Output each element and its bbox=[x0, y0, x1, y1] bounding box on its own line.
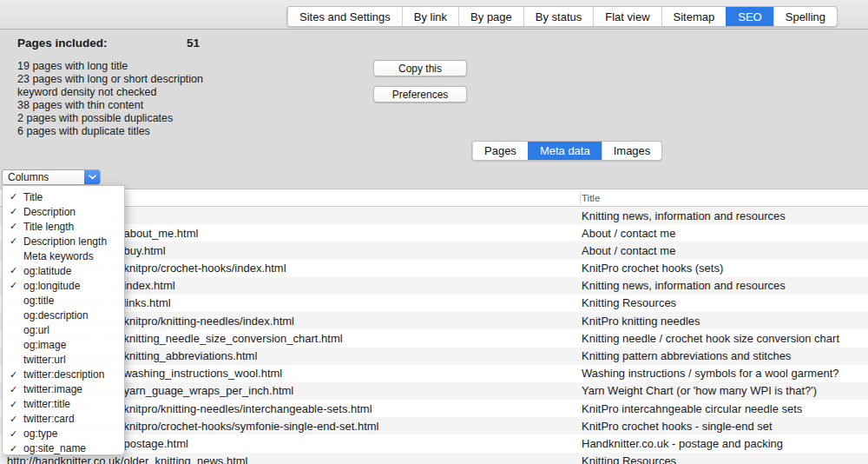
top-tab[interactable]: Sitemap bbox=[661, 7, 727, 26]
columns-menu-item-label: twitter:description bbox=[23, 368, 104, 381]
top-tab[interactable]: Sites and Settings bbox=[287, 7, 402, 26]
columns-menu-item-label: og:longitude bbox=[23, 280, 80, 292]
table-row[interactable]: http://handknitter.co.uk/knitpro/crochet… bbox=[0, 417, 868, 434]
columns-menu-item[interactable]: ✓ og:description bbox=[3, 308, 124, 322]
top-tab[interactable]: SEO bbox=[726, 7, 773, 26]
table-row[interactable]: http://handknitter.co.uk/postage.html Ha… bbox=[0, 434, 868, 452]
columns-popup-button[interactable]: Columns bbox=[2, 169, 101, 185]
top-tab[interactable]: Spelling bbox=[773, 7, 837, 26]
table-row[interactable]: http://handknitter.co.uk/about_me.html A… bbox=[0, 224, 868, 242]
columns-menu-item[interactable]: ✓ og:type bbox=[3, 427, 124, 441]
columns-menu-item-label: Title bbox=[23, 191, 43, 203]
table-row[interactable]: http://handknitter.co.uk/knitpro/knittin… bbox=[0, 400, 868, 417]
columns-menu-item-label: twitter:url bbox=[23, 354, 66, 366]
columns-menu-item[interactable]: ✓ Description bbox=[3, 204, 124, 219]
columns-menu-item[interactable]: ✓ Title length bbox=[3, 219, 124, 234]
columns-menu-item[interactable]: ✓ twitter:image bbox=[3, 382, 124, 397]
view-tab[interactable]: Meta data bbox=[528, 142, 602, 160]
title-cell: Washing instructions / symbols for a woo… bbox=[582, 367, 838, 380]
results-table: Title http://handknitter.co.uk Knitting … bbox=[0, 189, 868, 464]
top-toolbar: Sites and Settings By link By page By st… bbox=[0, 0, 868, 30]
columns-menu-item-label: twitter:card bbox=[23, 413, 75, 425]
checkmark-icon: ✓ bbox=[10, 235, 23, 247]
seo-stat-line: 38 pages with thin content bbox=[17, 99, 365, 112]
title-column-header[interactable]: Title bbox=[582, 189, 600, 207]
table-rows: http://handknitter.co.uk Knitting news, … bbox=[0, 207, 868, 464]
columns-menu-item-label: og:image bbox=[23, 339, 66, 351]
view-tab[interactable]: Images bbox=[602, 142, 662, 160]
columns-menu-item[interactable]: ✓ Meta keywords bbox=[3, 249, 124, 263]
title-cell: Knitting Resources bbox=[582, 296, 676, 309]
checkmark-icon: ✓ bbox=[10, 206, 23, 217]
title-cell: Knitting pattern abbreviations and stitc… bbox=[582, 349, 791, 362]
columns-menu-item[interactable]: ✓ twitter:card bbox=[3, 412, 124, 427]
table-row[interactable]: http://handknitter.co.uk/index.html Knit… bbox=[0, 277, 868, 295]
table-row[interactable]: http://handknitter.co.uk/older_knitting_… bbox=[0, 453, 868, 464]
columns-menu-item-label: og:latitude bbox=[23, 265, 71, 277]
columns-menu-item[interactable]: ✓ og:site_name bbox=[3, 441, 124, 456]
pages-included-row: Pages included: 51 bbox=[17, 36, 365, 51]
columns-menu-item-label: og:type bbox=[23, 428, 57, 440]
title-cell: Knitting Resources bbox=[582, 454, 676, 464]
columns-menu-item[interactable]: ✓ Title bbox=[3, 189, 124, 204]
checkmark-icon: ✓ bbox=[10, 443, 23, 454]
checkmark-icon: ✓ bbox=[10, 369, 23, 381]
columns-menu-item[interactable]: ✓ og:title bbox=[3, 293, 124, 308]
columns-menu-item[interactable]: ✓ Description length bbox=[3, 234, 124, 249]
columns-menu-item-label: og:site_name bbox=[23, 442, 86, 454]
title-cell: Yarn Weight Chart (or 'how many WPI is t… bbox=[582, 384, 817, 397]
columns-menu-item[interactable]: ✓ og:image bbox=[3, 337, 124, 352]
title-cell: About / contact me bbox=[582, 244, 675, 257]
pages-included-count: 51 bbox=[187, 36, 200, 50]
checkmark-icon: ✓ bbox=[10, 265, 23, 276]
columns-menu-item-label: og:description bbox=[23, 309, 89, 321]
seo-stat-line: 6 pages with duplicate titles bbox=[17, 125, 365, 138]
columns-menu-item[interactable]: ✓ twitter:title bbox=[3, 397, 124, 412]
columns-menu-item-label: Description bbox=[23, 206, 76, 218]
table-row[interactable]: http://handknitter.co.uk/knitpro/knittin… bbox=[0, 312, 868, 329]
table-row[interactable]: http://handknitter.co.uk/washing_instruc… bbox=[0, 365, 868, 382]
top-tab-bar: Sites and Settings By link By page By st… bbox=[286, 6, 838, 27]
checkmark-icon: ✓ bbox=[10, 414, 23, 425]
columns-menu-item[interactable]: ✓ og:url bbox=[3, 322, 124, 337]
top-tab[interactable]: Flat view bbox=[593, 7, 661, 26]
columns-menu-item-label: Title length bbox=[23, 221, 74, 233]
table-row[interactable]: http://handknitter.co.uk/buy.html About … bbox=[0, 242, 868, 259]
table-header-row: Title bbox=[0, 189, 868, 207]
top-tab[interactable]: By page bbox=[458, 7, 523, 26]
columns-menu-item-label: Description length bbox=[23, 235, 107, 248]
columns-menu-item[interactable]: ✓ og:longitude bbox=[3, 278, 124, 293]
seo-stat-line: 23 pages with long or short description bbox=[17, 73, 365, 86]
preferences-button[interactable]: Preferences bbox=[373, 86, 467, 103]
title-cell: KnitPro crochet hooks (sets) bbox=[582, 262, 723, 275]
seo-stat-line: 19 pages with long title bbox=[17, 60, 365, 73]
columns-menu-item[interactable]: ✓ og:latitude bbox=[3, 263, 124, 278]
table-row[interactable]: http://handknitter.co.uk/links.html Knit… bbox=[0, 295, 868, 312]
columns-menu-item-label: Meta keywords bbox=[23, 250, 94, 262]
view-tab[interactable]: Pages bbox=[472, 142, 528, 160]
seo-stats-list: 19 pages with long title 23 pages with l… bbox=[17, 60, 365, 138]
columns-menu: ✓ Title ✓ Description ✓ Title length ✓ D… bbox=[2, 185, 125, 455]
column-divider bbox=[580, 191, 581, 205]
summary-panel: Pages included: 51 19 pages with long ti… bbox=[17, 36, 365, 138]
checkmark-icon: ✓ bbox=[10, 280, 23, 291]
title-cell: Knitting news, information and resources bbox=[582, 209, 786, 222]
columns-menu-item[interactable]: ✓ twitter:description bbox=[3, 368, 124, 382]
table-row[interactable]: http://handknitter.co.uk/knitting_abbrev… bbox=[0, 348, 868, 365]
checkmark-icon: ✓ bbox=[10, 221, 23, 232]
top-tab[interactable]: By link bbox=[402, 7, 458, 26]
top-tab[interactable]: By status bbox=[523, 7, 593, 26]
checkmark-icon: ✓ bbox=[10, 191, 23, 202]
title-cell: Knitting needle / crochet hook size conv… bbox=[582, 332, 839, 345]
seo-stat-line: keyword density not checked bbox=[17, 86, 365, 99]
chevron-down-icon bbox=[84, 170, 100, 184]
checkmark-icon: ✓ bbox=[10, 384, 23, 395]
copy-this-button[interactable]: Copy this bbox=[373, 60, 467, 76]
table-row[interactable]: http://handknitter.co.uk/knitpro/crochet… bbox=[0, 260, 868, 277]
table-row[interactable]: http://handknitter.co.uk/yarn_guage_wrap… bbox=[0, 382, 868, 400]
columns-popup-label: Columns bbox=[3, 171, 84, 183]
table-row[interactable]: http://handknitter.co.uk Knitting news, … bbox=[0, 207, 868, 224]
columns-menu-item-label: twitter:image bbox=[23, 383, 82, 395]
table-row[interactable]: http://handknitter.co.uk/knitting_needle… bbox=[0, 329, 868, 347]
columns-menu-item[interactable]: ✓ twitter:url bbox=[3, 353, 124, 368]
